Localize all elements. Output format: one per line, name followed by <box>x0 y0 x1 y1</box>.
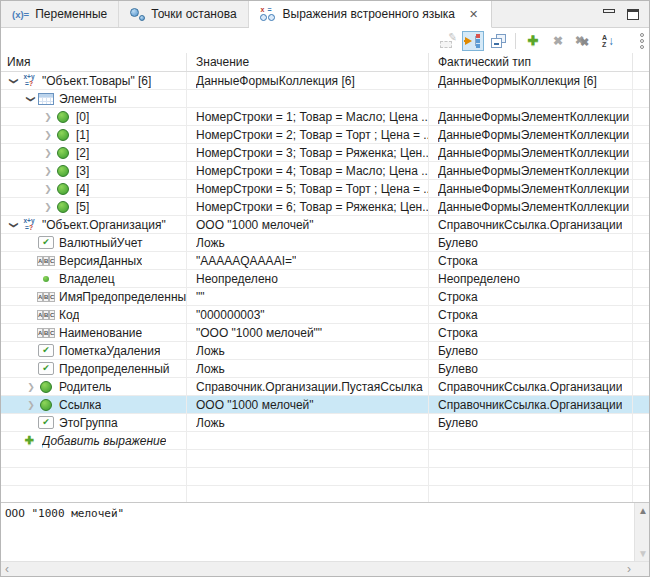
row-value: Ложь <box>196 416 225 430</box>
tab-variables-label: Переменные <box>35 7 107 21</box>
row-name: Ссылка <box>59 398 101 412</box>
row-type: ДанныеФормыЭлементКоллекции <box>438 128 629 142</box>
row-name: Предопределенный <box>59 362 170 376</box>
column-header-value[interactable]: Значение <box>187 53 429 71</box>
table-row[interactable]: АВС ИмяПредопределенныхДанных "" Строка <box>1 288 650 306</box>
vertical-scrollbar[interactable]: ▲ ▼ <box>634 503 650 561</box>
table-row[interactable]: Предопределенный Ложь Булево <box>1 360 650 378</box>
expander-icon[interactable] <box>24 94 38 104</box>
scroll-left-icon[interactable]: ‹ <box>5 562 9 576</box>
maximize-icon[interactable] <box>627 9 639 20</box>
row-name: "Объект.Товары" [6] <box>42 74 151 88</box>
undefined-value-icon <box>38 271 54 287</box>
table-row[interactable]: [3] НомерСтроки = 4; Товар = Масло; Цена… <box>1 162 650 180</box>
table-row[interactable]: [0] НомерСтроки = 1; Товар = Масло; Цена… <box>1 108 650 126</box>
row-value: "AAAAAQAAAAI=" <box>196 254 296 268</box>
object-item-icon <box>55 199 71 215</box>
expander-icon[interactable] <box>41 202 55 212</box>
table-row[interactable]: x+y=? "Объект.Организация" ООО "1000 мел… <box>1 216 650 234</box>
value-preview-text[interactable]: ООО "1000 мелочей" <box>1 503 634 561</box>
toolbar-separator <box>515 33 516 49</box>
column-header-name[interactable]: Имя <box>1 53 187 71</box>
expander-icon[interactable] <box>41 130 55 140</box>
table-row[interactable]: ПометкаУдаления Ложь Булево <box>1 342 650 360</box>
breakpoints-icon <box>130 8 145 21</box>
more-commands-icon[interactable] <box>640 33 644 49</box>
expander-icon[interactable] <box>41 148 55 158</box>
auto-show-current-button[interactable] <box>462 31 484 51</box>
table-row[interactable]: [4] НомерСтроки = 5; Товар = Торт ; Цена… <box>1 180 650 198</box>
row-name: ВалютныйУчет <box>59 236 143 250</box>
row-value: "ООО "1000 мелочей"" <box>196 326 322 340</box>
boolean-checkbox-icon <box>38 362 54 375</box>
tab-bar: (x)= Переменные Точки останова x= Выраже… <box>1 1 649 28</box>
expander-icon[interactable] <box>41 112 55 122</box>
row-name: Владелец <box>59 272 115 286</box>
close-tab-icon[interactable]: ✕ <box>467 8 480 21</box>
expander-icon[interactable] <box>41 166 55 176</box>
table-row[interactable]: [2] НомерСтроки = 3; Товар = Ряженка; Це… <box>1 144 650 162</box>
minimize-icon[interactable] <box>603 9 615 13</box>
row-value: Неопределено <box>196 272 278 286</box>
table-row-selected[interactable]: Ссылка ООО "1000 мелочей" СправочникСсыл… <box>1 396 650 414</box>
add-expression-button[interactable]: ✚ <box>522 31 544 51</box>
row-name: [2] <box>76 146 89 160</box>
scroll-right-icon[interactable]: › <box>627 562 631 576</box>
tab-breakpoints-label: Точки останова <box>151 7 236 21</box>
row-value: "" <box>196 290 205 304</box>
row-name: ИмяПредопределенныхДанных <box>59 290 186 304</box>
horizontal-scrollbar[interactable]: ‹ › <box>1 561 650 576</box>
row-type: ДанныеФормыЭлементКоллекции <box>438 146 629 160</box>
scroll-up-icon[interactable]: ▲ <box>635 505 650 516</box>
variables-icon: (x)= <box>12 9 29 20</box>
object-item-icon <box>55 163 71 179</box>
column-header-type[interactable]: Фактический тип <box>429 53 633 71</box>
row-type: Булево <box>438 236 478 250</box>
boolean-checkbox-icon <box>38 236 54 249</box>
empty-row <box>1 468 650 486</box>
row-value: Ложь <box>196 344 225 358</box>
column-header-end <box>633 53 650 71</box>
table-row[interactable]: Элементы <box>1 90 650 108</box>
expander-icon[interactable] <box>7 76 21 86</box>
add-expression-row[interactable]: Добавить выражение <box>1 432 650 450</box>
table-row[interactable]: АВС Наименование "ООО "1000 мелочей"" Ст… <box>1 324 650 342</box>
collapse-all-button[interactable] <box>487 31 509 51</box>
expander-icon[interactable] <box>24 382 38 392</box>
row-type: ДанныеФормыЭлементКоллекции <box>438 110 629 124</box>
table-row[interactable]: x+y=? "Объект.Товары" [6] ДанныеФормыКол… <box>1 72 650 90</box>
compute-expression-button[interactable]: ✎ <box>437 31 459 51</box>
row-name: [3] <box>76 164 89 178</box>
tab-expressions[interactable]: x= Выражения встроенного языка ✕ <box>249 1 493 28</box>
table-row[interactable]: ЭтоГруппа Ложь Булево <box>1 414 650 432</box>
collection-table-icon <box>38 93 54 105</box>
table-row[interactable]: ВалютныйУчет Ложь Булево <box>1 234 650 252</box>
table-row[interactable]: [5] НомерСтроки = 6; Товар = Ряженка; Це… <box>1 198 650 216</box>
row-name: [4] <box>76 182 89 196</box>
table-row[interactable]: Владелец Неопределено Неопределено <box>1 270 650 288</box>
tab-variables[interactable]: (x)= Переменные <box>1 1 119 27</box>
table-row[interactable]: АВС Код "000000003" Строка <box>1 306 650 324</box>
row-type: Строка <box>438 254 478 268</box>
sort-az-button[interactable]: AZ↓ <box>597 31 619 51</box>
delete-all-expressions-button[interactable]: ✖✖ <box>572 31 594 51</box>
boolean-checkbox-icon <box>38 416 54 429</box>
expressions-toolbar: ✎ ✚ ✖ ✖✖ AZ↓ <box>1 28 649 53</box>
row-type: Неопределено <box>438 272 520 286</box>
object-item-icon <box>55 127 71 143</box>
row-value: НомерСтроки = 2; Товар = Торт ; Цена = .… <box>196 128 428 142</box>
row-type: ДанныеФормыЭлементКоллекции <box>438 182 629 196</box>
auto-show-current-icon <box>465 34 481 48</box>
delete-expression-button[interactable]: ✖ <box>547 31 569 51</box>
scroll-down-icon[interactable]: ▼ <box>635 548 650 559</box>
row-type: СправочникСсылка.Организации <box>438 398 622 412</box>
table-row[interactable]: [1] НомерСтроки = 2; Товар = Торт ; Цена… <box>1 126 650 144</box>
expander-icon[interactable] <box>24 400 38 410</box>
empty-row <box>1 450 650 468</box>
expander-icon[interactable] <box>7 220 21 230</box>
table-row[interactable]: АВС ВерсияДанных "AAAAAQAAAAI=" Строка <box>1 252 650 270</box>
expander-icon[interactable] <box>41 184 55 194</box>
table-row[interactable]: Родитель Справочник.Организации.ПустаяСс… <box>1 378 650 396</box>
tab-breakpoints[interactable]: Точки останова <box>119 1 248 27</box>
expressions-icon: x= <box>260 7 277 21</box>
